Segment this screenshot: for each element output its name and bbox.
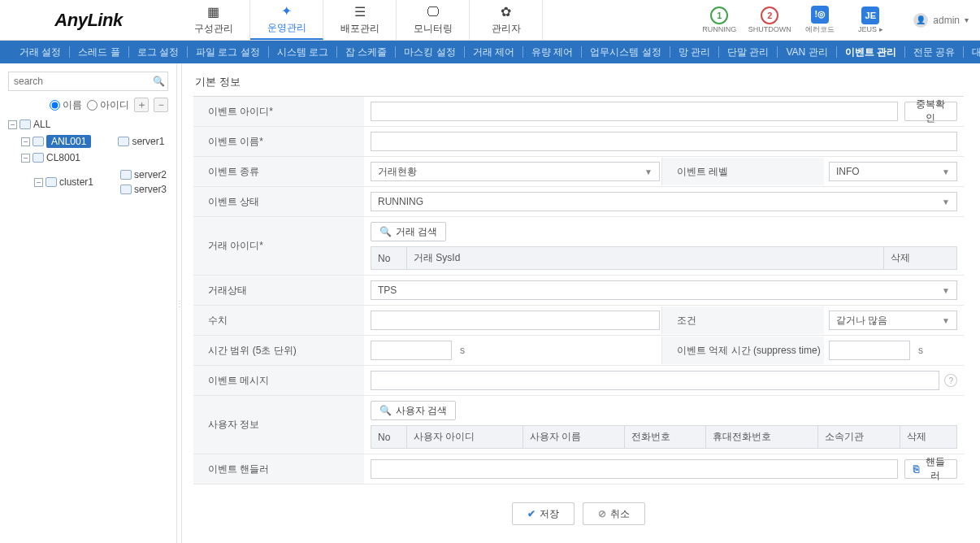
tree-label: server1: [132, 136, 164, 147]
folder-icon: [33, 153, 44, 163]
tree-node-server3[interactable]: server3: [109, 182, 167, 197]
chevron-down-icon: ▼: [942, 198, 950, 206]
tree-node-server2[interactable]: server2: [109, 167, 167, 182]
footer-actions: ✔ 저장 ⊘ 취소: [193, 502, 964, 525]
input-event-message[interactable]: [371, 371, 939, 390]
search-icon: 🔍: [379, 405, 392, 416]
subnav-item[interactable]: 전문 공유: [905, 46, 964, 58]
tab-admin[interactable]: ✿ 관리자: [470, 0, 543, 40]
search-icon[interactable]: 🔍: [152, 75, 165, 88]
subnav-item[interactable]: VAN 관리: [778, 46, 836, 58]
save-button[interactable]: ✔ 저장: [512, 502, 575, 525]
handler-button[interactable]: ⎘ 핸들러: [904, 459, 957, 479]
cancel-label: 취소: [610, 507, 630, 521]
tab-monitoring[interactable]: 🖵 모니터링: [397, 0, 470, 40]
dup-check-button[interactable]: 중복확인: [904, 102, 957, 121]
tree-toggle-icon[interactable]: –: [21, 137, 30, 146]
subnav-item[interactable]: 업무시스템 설정: [582, 46, 670, 58]
tab-operations[interactable]: ✦ 운영관리: [250, 0, 323, 40]
user-col-phone: 전화번호: [624, 426, 706, 449]
badge-errorcode[interactable]: !◎ 에러코드: [798, 6, 842, 35]
label-event-level: 이벤트 레벨: [661, 158, 824, 185]
subnav-item[interactable]: 파일 로그 설정: [188, 46, 269, 58]
subnav-item[interactable]: 유량 제어: [523, 46, 582, 58]
radio-id[interactable]: 아이디: [87, 98, 129, 112]
subnav-item[interactable]: 대외 연락처: [964, 46, 980, 58]
tx-search-button[interactable]: 🔍 거래 검색: [371, 222, 446, 241]
tab-label: 관리자: [492, 22, 521, 36]
radio-id-input[interactable]: [87, 100, 98, 111]
subnav-item[interactable]: 망 관리: [670, 46, 719, 58]
tree-toggle-icon[interactable]: –: [8, 120, 17, 129]
dup-check-label: 중복확인: [913, 98, 948, 125]
subnav-item-active[interactable]: 이벤트 관리: [837, 46, 905, 58]
input-value[interactable]: [371, 311, 660, 330]
tree-node-server1[interactable]: server1: [106, 134, 164, 149]
subnav-item[interactable]: 거래 설정: [11, 46, 70, 58]
tree-node-cl8001[interactable]: – CL8001 – cluster1: [21, 150, 168, 200]
subnav-item[interactable]: 스레드 풀: [70, 46, 128, 58]
help-icon[interactable]: ?: [944, 374, 957, 387]
server-icon: [120, 170, 132, 180]
input-event-id[interactable]: [371, 102, 898, 121]
sidebar-tree: – ALL – ANL001 server1: [8, 117, 168, 202]
subnav-item[interactable]: 로그 설정: [129, 46, 188, 58]
select-value: RUNNING: [378, 196, 423, 207]
errorcode-label: 에러코드: [805, 24, 835, 35]
select-event-kind[interactable]: 거래현황 ▼: [371, 162, 660, 181]
tree-toggle-icon[interactable]: –: [34, 178, 43, 187]
subnav-item[interactable]: 잡 스케줄: [337, 46, 396, 58]
chevron-down-icon: ▼: [644, 167, 653, 176]
input-suppress-time[interactable]: [829, 341, 910, 360]
label-event-id: 이벤트 아이디*: [193, 97, 364, 127]
ops-icon: ✦: [280, 4, 294, 19]
label-suppress-time: 이벤트 억제 시간 (suppress time): [661, 337, 824, 364]
user-search-button[interactable]: 🔍 사용자 검색: [371, 401, 456, 420]
tx-table: No 거래 SysId 삭제: [371, 246, 957, 270]
handler-label: 핸들러: [923, 455, 948, 483]
tab-deploy[interactable]: ☰ 배포관리: [323, 0, 397, 40]
body: 🔍 이름 아이디 ＋ － – ALL – ANL001: [0, 63, 980, 543]
cancel-button[interactable]: ⊘ 취소: [583, 502, 645, 525]
label-user-info: 사용자 정보: [193, 396, 364, 454]
errorcode-icon: !◎: [811, 6, 829, 24]
input-time-range[interactable]: [371, 341, 452, 360]
select-event-state[interactable]: RUNNING ▼: [371, 192, 957, 211]
subnav-item[interactable]: 마스킹 설정: [396, 46, 464, 58]
subnav-item[interactable]: 시스템 로그: [269, 46, 337, 58]
server-icon: [120, 185, 132, 194]
input-event-name[interactable]: [371, 132, 957, 151]
subnav: 거래 설정 스레드 풀 로그 설정 파일 로그 설정 시스템 로그 잡 스케줄 …: [0, 41, 980, 63]
gear-icon: ✿: [499, 5, 514, 20]
user-menu[interactable]: 👤 admin ▾: [913, 13, 969, 28]
tree-node-cluster1[interactable]: – cluster1 server2: [34, 166, 167, 198]
select-tx-state[interactable]: TPS ▼: [371, 280, 957, 300]
label-value: 수치: [193, 306, 364, 336]
subnav-item[interactable]: 단말 관리: [719, 46, 778, 58]
tree-toggle-icon[interactable]: –: [21, 154, 30, 163]
radio-name[interactable]: 이름: [50, 98, 82, 112]
top-tabs: ▦ 구성관리 ✦ 운영관리 ☰ 배포관리 🖵 모니터링 ✿ 관리자: [177, 0, 697, 40]
tree-node-anl001[interactable]: – ANL001 server1: [21, 132, 168, 150]
tree-label: CL8001: [46, 152, 80, 163]
tree-node-all[interactable]: – ALL – ANL001 server1: [8, 117, 168, 202]
tx-col-del: 삭제: [884, 247, 957, 270]
select-condition[interactable]: 같거나 많음 ▼: [829, 311, 957, 330]
user-col-no: No: [371, 426, 407, 449]
badge-jeus[interactable]: JE JEUS ▸: [848, 7, 892, 33]
select-event-level[interactable]: INFO ▼: [829, 162, 957, 181]
status-running[interactable]: 1 RUNNING: [697, 7, 741, 33]
input-event-handler[interactable]: [371, 459, 898, 479]
tree-label: cluster1: [59, 176, 93, 188]
collapse-button[interactable]: －: [154, 98, 168, 112]
subnav-item[interactable]: 거래 제어: [465, 46, 523, 58]
tree-label-selected: ANL001: [46, 135, 91, 148]
tab-config[interactable]: ▦ 구성관리: [177, 0, 250, 40]
expand-button[interactable]: ＋: [134, 98, 149, 112]
search-input[interactable]: [8, 72, 168, 91]
handler-icon: ⎘: [913, 463, 919, 475]
radio-name-input[interactable]: [50, 100, 60, 111]
list-icon: ☰: [353, 5, 367, 20]
shutdown-count-icon: 2: [761, 7, 778, 24]
status-shutdown[interactable]: 2 SHUTDOWN: [748, 7, 791, 33]
